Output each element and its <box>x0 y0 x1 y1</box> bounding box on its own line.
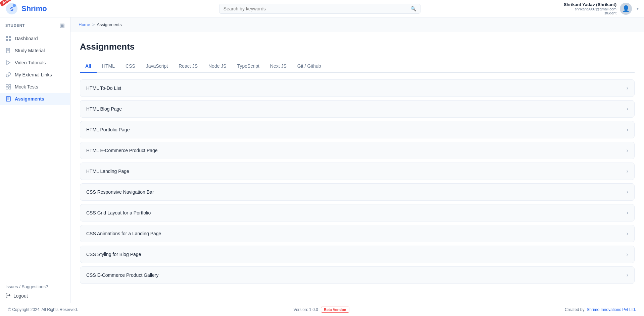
sidebar-item-label-video-tutorials: Video Tutorials <box>15 60 46 65</box>
sidebar: STUDENT ▣ Dashboard Study Material <box>0 17 70 303</box>
page-title: Assignments <box>80 42 635 52</box>
user-info: Shrikant Yadav (Shrikant) shrikant9907@g… <box>564 2 616 15</box>
assignment-item[interactable]: CSS Styling for Blog Page › <box>80 246 635 263</box>
user-email: shrikant9907@gmail.com <box>564 7 616 11</box>
sidebar-item-study-material[interactable]: Study Material <box>0 45 70 57</box>
avatar: 👤 <box>620 3 632 15</box>
sidebar-item-video-tutorials[interactable]: Video Tutorials <box>0 57 70 69</box>
svg-rect-11 <box>6 84 8 86</box>
mock-tests-icon <box>5 84 11 89</box>
tab-nextjs[interactable]: Next JS <box>265 60 292 73</box>
tab-javascript[interactable]: JavaScript <box>141 60 173 73</box>
assignment-name: CSS Grid Layout for a Portfolio <box>86 210 151 215</box>
assignment-name: CSS Responsive Navigation Bar <box>86 189 154 195</box>
search-icon: 🔍 <box>410 6 416 11</box>
assignment-item[interactable]: CSS Animations for a Landing Page › <box>80 225 635 242</box>
chevron-right-icon: › <box>627 147 628 153</box>
svg-rect-3 <box>6 36 8 38</box>
sidebar-item-assignments[interactable]: Assignments <box>0 93 70 105</box>
logo-text: Shrimo <box>21 4 47 13</box>
tab-reactjs[interactable]: React JS <box>173 60 203 73</box>
search-bar[interactable]: 🔍 <box>219 4 420 14</box>
play-icon <box>5 60 11 65</box>
chevron-down-icon[interactable]: ▾ <box>637 6 639 11</box>
logo-area: Beta Version S Shrimo <box>5 2 76 15</box>
issues-suggestions-link[interactable]: Issues / Suggestions? <box>5 284 65 289</box>
svg-rect-6 <box>9 39 11 41</box>
assignment-item[interactable]: CSS Grid Layout for a Portfolio › <box>80 204 635 222</box>
sidebar-item-label-assignments: Assignments <box>15 96 44 102</box>
main-content: Assignments AllHTMLCSSJavaScriptReact JS… <box>70 32 644 303</box>
svg-rect-14 <box>9 87 11 89</box>
assignment-name: CSS Styling for Blog Page <box>86 252 141 257</box>
search-input[interactable] <box>224 6 410 11</box>
svg-rect-13 <box>6 87 8 89</box>
chevron-right-icon: › <box>627 85 628 91</box>
footer-company-link[interactable]: Shrimo Innovations Pvt Ltd. <box>587 307 636 312</box>
sidebar-item-label-mock-tests: Mock Tests <box>15 84 38 89</box>
svg-marker-10 <box>7 61 10 65</box>
sidebar-item-label-study-material: Study Material <box>15 48 45 53</box>
assignment-item[interactable]: HTML To-Do List › <box>80 79 635 97</box>
breadcrumb-home[interactable]: Home <box>79 22 90 27</box>
assignment-item[interactable]: HTML Blog Page › <box>80 100 635 118</box>
footer-version: Version: 1.0.0 Beta Version <box>294 307 349 313</box>
user-area: Shrikant Yadav (Shrikant) shrikant9907@g… <box>564 2 639 15</box>
sidebar-item-external-links[interactable]: My External Links <box>0 69 70 81</box>
footer-created: Created by: Shrimo Innovations Pvt Ltd. <box>565 307 636 312</box>
breadcrumb-separator: > <box>92 22 95 27</box>
svg-text:S: S <box>10 6 13 11</box>
tab-nodejs[interactable]: Node JS <box>203 60 232 73</box>
assignment-item[interactable]: HTML Landing Page › <box>80 163 635 180</box>
chevron-right-icon: › <box>627 127 628 133</box>
chevron-right-icon: › <box>627 251 628 257</box>
version-label: Version: 1.0.0 <box>294 307 318 312</box>
svg-rect-4 <box>9 36 11 38</box>
sidebar-item-label-external-links: My External Links <box>15 72 52 77</box>
breadcrumb: Home > Assignments <box>70 17 644 32</box>
chevron-right-icon: › <box>627 210 628 216</box>
assignment-name: HTML E-Commerce Product Page <box>86 148 158 153</box>
chevron-right-icon: › <box>627 189 628 195</box>
svg-point-2 <box>13 4 16 7</box>
footer: © Copyright 2024. All Rights Reserved. V… <box>0 303 644 316</box>
logout-label: Logout <box>13 293 28 299</box>
assignment-name: HTML To-Do List <box>86 85 121 91</box>
assignment-name: CSS E-Commerce Product Gallery <box>86 272 159 278</box>
assignment-name: HTML Portfolio Page <box>86 127 130 132</box>
sidebar-nav: Dashboard Study Material Video Tutorials <box>0 31 70 280</box>
chevron-right-icon: › <box>627 231 628 237</box>
assignment-item[interactable]: HTML E-Commerce Product Page › <box>80 142 635 159</box>
link-icon <box>5 72 11 77</box>
beta-badge: Beta Version <box>321 307 349 313</box>
logout-item[interactable]: Logout <box>5 293 65 299</box>
chevron-right-icon: › <box>627 272 628 278</box>
assignment-item[interactable]: CSS Responsive Navigation Bar › <box>80 183 635 201</box>
tabs: AllHTMLCSSJavaScriptReact JSNode JSTypeS… <box>80 60 635 73</box>
assignment-item[interactable]: HTML Portfolio Page › <box>80 121 635 138</box>
tab-all[interactable]: All <box>80 60 97 73</box>
tab-css[interactable]: CSS <box>120 60 141 73</box>
tab-typescript[interactable]: TypeScript <box>232 60 265 73</box>
sidebar-item-label-dashboard: Dashboard <box>15 36 38 41</box>
assignments-icon <box>5 96 11 102</box>
chevron-right-icon: › <box>627 168 628 174</box>
svg-rect-5 <box>6 39 8 41</box>
top-header: Beta Version S Shrimo 🔍 Shrikant Yadav (… <box>0 0 644 17</box>
sidebar-item-mock-tests[interactable]: Mock Tests <box>0 81 70 93</box>
assignment-list: HTML To-Do List › HTML Blog Page › HTML … <box>80 79 635 284</box>
assignment-name: HTML Blog Page <box>86 106 122 112</box>
assignment-item[interactable]: CSS E-Commerce Product Gallery › <box>80 266 635 284</box>
chevron-right-icon: › <box>627 106 628 112</box>
assignment-name: HTML Landing Page <box>86 169 129 174</box>
tab-git[interactable]: Git / Github <box>292 60 327 73</box>
sidebar-toggle-icon[interactable]: ▣ <box>60 22 65 28</box>
tab-html[interactable]: HTML <box>97 60 120 73</box>
sidebar-section-title: STUDENT <box>5 23 25 27</box>
breadcrumb-current: Assignments <box>97 22 121 27</box>
logout-icon <box>5 293 11 299</box>
sidebar-bottom: Issues / Suggestions? Logout <box>0 280 70 303</box>
sidebar-item-dashboard[interactable]: Dashboard <box>0 33 70 45</box>
logo-icon: S <box>5 2 18 15</box>
main-layout: STUDENT ▣ Dashboard Study Material <box>0 17 644 303</box>
